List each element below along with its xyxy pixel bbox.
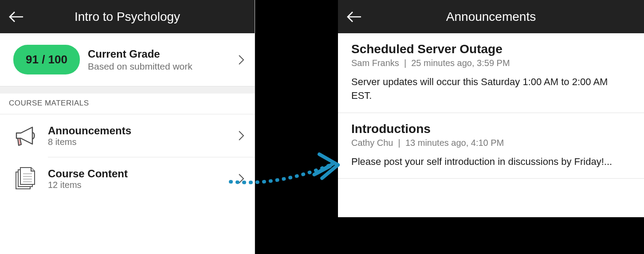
- material-title: Announcements: [48, 125, 229, 137]
- material-announcements[interactable]: Announcements 8 items: [0, 114, 255, 157]
- announcement-title: Scheduled Server Outage: [351, 42, 631, 56]
- megaphone-icon: [12, 123, 39, 148]
- course-screen: Intro to Psychology 91 / 100 Current Gra…: [0, 0, 255, 254]
- material-info: Announcements 8 items: [48, 125, 229, 147]
- chevron-right-icon: [238, 54, 245, 66]
- grade-title: Current Grade: [88, 48, 230, 60]
- announcement-time: 13 minutes ago, 4:10 PM: [405, 138, 504, 148]
- announcement-meta: Cathy Chu | 13 minutes ago, 4:10 PM: [351, 138, 631, 148]
- grade-subtitle: Based on submitted work: [88, 61, 230, 72]
- section-gap: [0, 86, 255, 94]
- material-info: Course Content 12 items: [48, 168, 229, 190]
- grade-card[interactable]: 91 / 100 Current Grade Based on submitte…: [0, 33, 255, 86]
- announcement-item[interactable]: Introductions Cathy Chu | 13 minutes ago…: [338, 113, 644, 179]
- svg-line-7: [322, 165, 338, 178]
- chevron-right-icon: [238, 173, 245, 184]
- documents-icon: [12, 166, 39, 191]
- material-subtitle: 8 items: [48, 137, 229, 147]
- material-subtitle: 12 items: [48, 180, 229, 190]
- header-bar: Announcements: [338, 0, 644, 33]
- back-button[interactable]: [8, 9, 24, 25]
- page-title: Announcements: [446, 10, 536, 24]
- announcement-time: 25 minutes ago, 3:59 PM: [411, 58, 510, 68]
- svg-line-6: [319, 154, 338, 165]
- section-header: COURSE MATERIALS: [0, 94, 255, 114]
- material-title: Course Content: [48, 168, 229, 180]
- announcement-title: Introductions: [351, 122, 631, 136]
- announcement-author: Cathy Chu: [351, 138, 393, 148]
- back-button[interactable]: [346, 9, 362, 25]
- announcements-screen: Announcements Scheduled Server Outage Sa…: [338, 0, 644, 217]
- header-bar: Intro to Psychology: [0, 0, 255, 33]
- back-arrow-icon: [346, 11, 361, 23]
- page-title: Intro to Psychology: [75, 10, 180, 24]
- grade-score-pill: 91 / 100: [13, 45, 80, 74]
- announcement-body: Please post your self introduction in di…: [351, 155, 631, 169]
- grade-info: Current Grade Based on submitted work: [88, 48, 230, 72]
- announcement-item[interactable]: Scheduled Server Outage Sam Franks | 25 …: [338, 33, 644, 113]
- chevron-right-icon: [238, 130, 245, 141]
- back-arrow-icon: [8, 11, 24, 23]
- announcement-author: Sam Franks: [351, 58, 399, 68]
- announcement-meta: Sam Franks | 25 minutes ago, 3:59 PM: [351, 58, 631, 68]
- announcement-body: Server updates will occur this Saturday …: [351, 75, 631, 103]
- material-course-content[interactable]: Course Content 12 items: [0, 157, 255, 200]
